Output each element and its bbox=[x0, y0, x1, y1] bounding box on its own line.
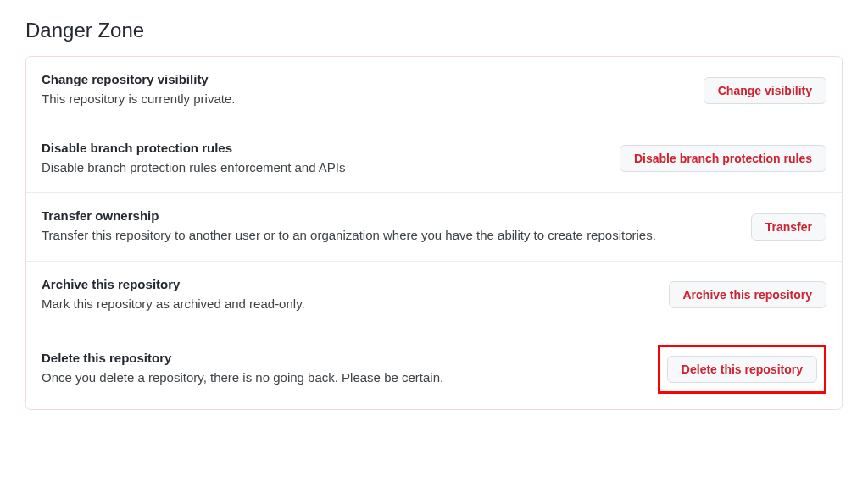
danger-zone-box: Change repository visibility This reposi… bbox=[25, 56, 843, 410]
delete-button-highlight: Delete this repository bbox=[658, 345, 826, 394]
change-visibility-title: Change repository visibility bbox=[42, 72, 683, 86]
change-visibility-desc: This repository is currently private. bbox=[42, 90, 683, 109]
archive-repository-title: Archive this repository bbox=[42, 277, 648, 291]
change-visibility-button[interactable]: Change visibility bbox=[704, 77, 826, 104]
transfer-ownership-desc: Transfer this repository to another user… bbox=[42, 226, 731, 246]
archive-repository-text: Archive this repository Mark this reposi… bbox=[42, 277, 648, 314]
delete-repository-desc: Once you delete a repository, there is n… bbox=[42, 368, 637, 388]
archive-repository-row: Archive this repository Mark this reposi… bbox=[26, 262, 842, 330]
transfer-ownership-text: Transfer ownership Transfer this reposit… bbox=[42, 208, 731, 246]
disable-branch-protection-button[interactable]: Disable branch protection rules bbox=[620, 145, 826, 172]
disable-branch-protection-row: Disable branch protection rules Disable … bbox=[26, 125, 842, 194]
transfer-ownership-row: Transfer ownership Transfer this reposit… bbox=[26, 193, 842, 262]
archive-repository-desc: Mark this repository as archived and rea… bbox=[42, 295, 648, 314]
danger-zone-title: Danger Zone bbox=[25, 19, 843, 42]
disable-branch-protection-title: Disable branch protection rules bbox=[42, 141, 599, 155]
disable-branch-protection-desc: Disable branch protection rules enforcem… bbox=[42, 158, 599, 178]
transfer-ownership-title: Transfer ownership bbox=[42, 208, 731, 223]
delete-repository-title: Delete this repository bbox=[42, 351, 637, 365]
delete-repository-text: Delete this repository Once you delete a… bbox=[42, 351, 637, 388]
transfer-button[interactable]: Transfer bbox=[751, 213, 826, 241]
change-visibility-row: Change repository visibility This reposi… bbox=[26, 57, 842, 125]
delete-repository-button[interactable]: Delete this repository bbox=[667, 356, 817, 383]
change-visibility-text: Change repository visibility This reposi… bbox=[42, 72, 683, 109]
disable-branch-protection-text: Disable branch protection rules Disable … bbox=[42, 141, 599, 178]
archive-repository-button[interactable]: Archive this repository bbox=[669, 281, 827, 308]
delete-repository-row: Delete this repository Once you delete a… bbox=[26, 329, 842, 409]
